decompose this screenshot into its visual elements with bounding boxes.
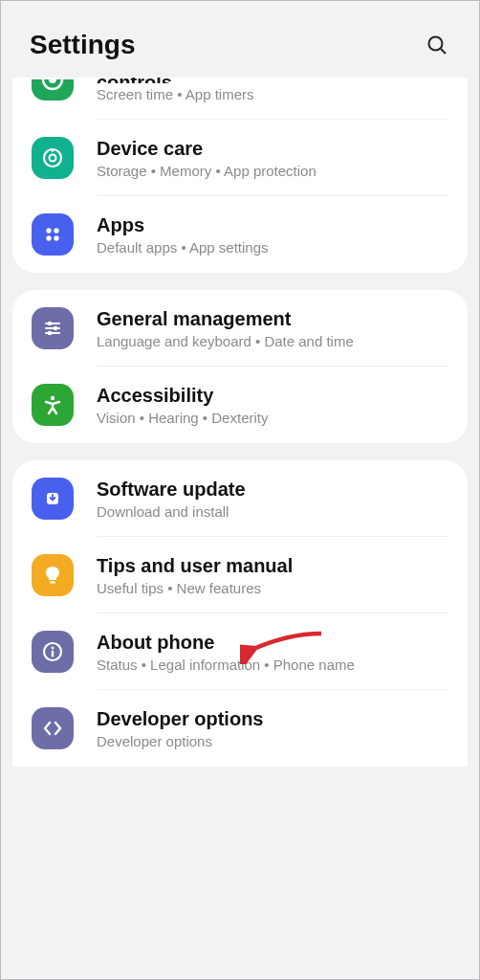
- svg-rect-22: [52, 651, 54, 657]
- item-title: Accessibility: [97, 385, 448, 407]
- svg-point-14: [54, 326, 58, 331]
- item-title: Tips and user manual: [97, 555, 448, 577]
- svg-point-9: [46, 235, 51, 240]
- item-subtitle: Download and install: [97, 503, 448, 520]
- svg-point-8: [54, 228, 58, 233]
- tips-icon: [32, 554, 74, 596]
- item-title: Device care: [97, 138, 448, 160]
- item-subtitle: Screen time • App timers: [97, 86, 448, 102]
- item-text: General management Language and keyboard…: [97, 308, 448, 349]
- item-subtitle: Default apps • App settings: [97, 239, 448, 256]
- apps-icon: [32, 213, 74, 256]
- item-text: About phone Status • Legal information •…: [97, 632, 448, 673]
- item-title: About phone: [97, 632, 448, 654]
- item-subtitle: Vision • Hearing • Dexterity: [97, 410, 448, 426]
- general-management-icon: [32, 307, 74, 349]
- item-subtitle: Useful tips • New features: [97, 580, 448, 596]
- svg-point-7: [46, 228, 51, 233]
- about-phone-icon: [32, 631, 74, 673]
- svg-point-5: [50, 155, 56, 162]
- item-text: Apps Default apps • App settings: [97, 214, 448, 256]
- item-text: Accessibility Vision • Hearing • Dexteri…: [97, 385, 448, 426]
- settings-group: controls Screen time • App timers Device…: [12, 78, 468, 273]
- svg-point-6: [52, 149, 55, 152]
- accessibility-icon: [32, 384, 74, 426]
- settings-item-developer-options[interactable]: Developer options Developer options: [12, 690, 468, 767]
- settings-item-general-management[interactable]: General management Language and keyboard…: [12, 290, 468, 367]
- software-update-icon: [32, 478, 74, 520]
- settings-item-tips-and-user-manual[interactable]: Tips and user manual Useful tips • New f…: [12, 537, 468, 613]
- search-icon: [425, 33, 448, 56]
- settings-header: Settings: [1, 1, 479, 78]
- svg-point-10: [54, 235, 58, 240]
- wellbeing-icon: [32, 79, 74, 100]
- item-text: Developer options Developer options: [97, 708, 448, 749]
- settings-item-apps[interactable]: Apps Default apps • App settings: [12, 196, 468, 273]
- item-text: Tips and user manual Useful tips • New f…: [97, 555, 448, 596]
- svg-rect-19: [50, 582, 55, 584]
- settings-item-controls[interactable]: controls Screen time • App timers: [12, 78, 468, 120]
- item-subtitle: Storage • Memory • App protection: [97, 163, 448, 179]
- settings-group: General management Language and keyboard…: [12, 290, 468, 443]
- device-care-icon: [32, 137, 74, 179]
- settings-list: controls Screen time • App timers Device…: [1, 78, 479, 767]
- settings-group: Software update Download and install Tip…: [12, 460, 468, 767]
- developer-options-icon: [32, 707, 74, 749]
- item-title: Developer options: [97, 708, 448, 730]
- svg-point-16: [48, 331, 53, 336]
- item-title: Software update: [97, 479, 448, 501]
- settings-item-software-update[interactable]: Software update Download and install: [12, 460, 468, 537]
- item-text: Device care Storage • Memory • App prote…: [97, 138, 448, 179]
- svg-point-3: [49, 79, 56, 83]
- svg-point-17: [51, 396, 55, 400]
- svg-point-21: [52, 647, 55, 650]
- settings-item-about-phone[interactable]: About phone Status • Legal information •…: [12, 613, 468, 690]
- svg-point-12: [48, 322, 53, 326]
- item-subtitle: Status • Legal information • Phone name: [97, 657, 448, 673]
- settings-item-accessibility[interactable]: Accessibility Vision • Hearing • Dexteri…: [12, 367, 468, 443]
- item-subtitle: Developer options: [97, 733, 448, 749]
- item-title: General management: [97, 308, 448, 330]
- item-title: Apps: [97, 214, 448, 236]
- svg-line-1: [441, 49, 446, 54]
- search-button[interactable]: [424, 32, 450, 58]
- item-text: controls Screen time • App timers: [97, 78, 448, 102]
- svg-point-0: [429, 37, 443, 51]
- item-subtitle: Language and keyboard • Date and time: [97, 333, 448, 349]
- settings-item-device-care[interactable]: Device care Storage • Memory • App prote…: [12, 120, 468, 196]
- item-title: controls: [97, 78, 448, 83]
- page-title: Settings: [30, 30, 135, 60]
- item-text: Software update Download and install: [97, 479, 448, 520]
